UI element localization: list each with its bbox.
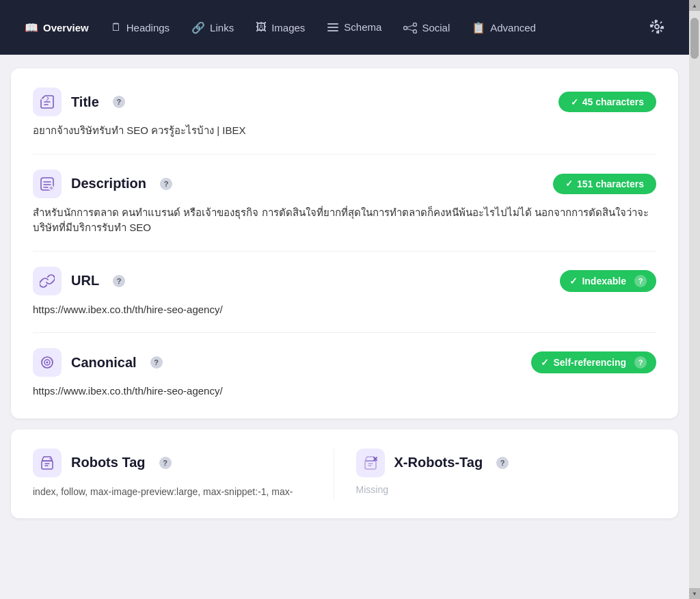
url-section-row: URL ? ✓ Indexable ? (33, 267, 656, 295)
svg-point-17 (46, 362, 49, 364)
canonical-label: Canonical (71, 355, 137, 371)
svg-rect-18 (42, 461, 53, 469)
nav-label-overview: Overview (43, 22, 89, 34)
bottom-card: Robots Tag ? index, follow, max-image-pr… (11, 429, 678, 518)
robots-icon-box (33, 449, 62, 477)
main-card: Title ? ✓ 45 characters อยากจ้างบริษัทรั… (11, 68, 678, 418)
settings-icon (649, 19, 664, 36)
robots-label: Robots Tag (71, 455, 146, 470)
links-icon: 🔗 (191, 21, 205, 34)
content-area: Title ? ✓ 45 characters อยากจ้างบริษัทรั… (0, 55, 689, 532)
svg-line-7 (407, 29, 414, 31)
url-label: URL (71, 273, 99, 289)
svg-rect-20 (365, 461, 376, 469)
nav-label-headings: Headings (126, 22, 170, 34)
canonical-value: https://www.ibex.co.th/th/hire-seo-agenc… (33, 384, 656, 399)
x-robots-label: X-Robots-Tag (394, 455, 483, 470)
nav-item-images[interactable]: 🖼 Images (245, 14, 316, 40)
title-badge-text: 45 characters (582, 96, 644, 107)
headings-icon: 🗒 (111, 21, 122, 34)
canonical-section-row: Canonical ? ✓ Self-referencing ? (33, 348, 656, 377)
title-icon-box (33, 88, 62, 116)
description-icon-box (33, 170, 62, 198)
nav-item-headings[interactable]: 🗒 Headings (100, 14, 180, 40)
x-robots-tag-col: X-Robots-Tag ? Missing (334, 449, 657, 499)
description-section-row: Description ? ✓ 151 characters (33, 170, 656, 198)
description-section-left: Description ? (33, 170, 172, 198)
nav-label-images: Images (271, 22, 305, 34)
divider-3 (33, 332, 656, 333)
canonical-icon-box (33, 348, 62, 377)
nav-bar: 📖 Overview 🗒 Headings 🔗 Links 🖼 Images S… (0, 0, 689, 55)
url-help-icon[interactable]: ? (113, 275, 125, 287)
nav-item-schema[interactable]: Schema (316, 14, 392, 41)
images-icon: 🖼 (256, 21, 267, 34)
description-value: สำหรับนักการตลาด คนทำแบรนด์ หรือเจ้าของธ… (33, 205, 656, 236)
canonical-section-left: Canonical ? (33, 348, 163, 377)
svg-point-19 (50, 458, 51, 460)
url-section-left: URL ? (33, 267, 125, 295)
scrollbar-up-button[interactable]: ▲ (689, 0, 700, 11)
nav-settings-button[interactable] (638, 12, 675, 43)
description-badge: ✓ 151 characters (553, 174, 656, 194)
svg-point-4 (414, 23, 417, 26)
divider-1 (33, 154, 656, 155)
svg-rect-2 (327, 30, 338, 31)
title-section-row: Title ? ✓ 45 characters (33, 88, 656, 116)
social-icon (403, 21, 417, 34)
x-robots-section-left: X-Robots-Tag ? (356, 449, 509, 477)
x-robots-help-icon[interactable]: ? (496, 457, 509, 469)
canonical-help-icon[interactable]: ? (150, 356, 163, 369)
robots-tag-col: Robots Tag ? index, follow, max-image-pr… (33, 449, 334, 499)
svg-line-6 (407, 25, 414, 27)
title-section-left: Title ? (33, 88, 125, 116)
scrollbar-thumb[interactable] (690, 18, 699, 59)
nav-item-overview[interactable]: 📖 Overview (14, 14, 100, 41)
description-badge-text: 151 characters (577, 178, 644, 189)
svg-point-5 (414, 29, 417, 33)
url-badge: ✓ Indexable ? (560, 270, 656, 292)
robots-section-left: Robots Tag ? (33, 449, 172, 477)
x-robots-icon-box (356, 449, 385, 477)
title-label: Title (71, 94, 99, 110)
scrollbar[interactable]: ▲ ▼ (689, 0, 700, 599)
nav-item-social[interactable]: Social (392, 14, 461, 40)
canonical-badge: ✓ Self-referencing ? (531, 351, 656, 373)
nav-label-advanced: Advanced (490, 22, 536, 34)
title-value: อยากจ้างบริษัทรับทำ SEO ควรรู้อะไรบ้าง |… (33, 123, 656, 139)
nav-item-links[interactable]: 🔗 Links (180, 14, 245, 41)
advanced-icon: 📋 (472, 21, 485, 34)
robots-help-icon[interactable]: ? (159, 457, 172, 469)
svg-point-8 (655, 25, 659, 29)
indexable-help-icon[interactable]: ? (634, 275, 647, 287)
nav-label-links: Links (210, 22, 234, 34)
scrollbar-down-button[interactable]: ▼ (689, 588, 700, 599)
svg-point-3 (404, 26, 407, 29)
nav-label-schema: Schema (344, 21, 381, 33)
x-robots-value: Missing (356, 484, 657, 495)
title-badge: ✓ 45 characters (558, 92, 656, 112)
robots-section-row: Robots Tag ? (33, 449, 334, 477)
description-label: Description (71, 176, 146, 191)
svg-rect-1 (327, 27, 338, 28)
svg-rect-0 (327, 23, 338, 25)
nav-item-advanced[interactable]: 📋 Advanced (461, 14, 547, 41)
x-robots-section-row: X-Robots-Tag ? (356, 449, 657, 477)
url-value: https://www.ibex.co.th/th/hire-seo-agenc… (33, 302, 656, 318)
description-help-icon[interactable]: ? (160, 178, 172, 190)
divider-2 (33, 251, 656, 252)
url-icon-box (33, 267, 62, 295)
title-help-icon[interactable]: ? (113, 96, 125, 108)
nav-label-social: Social (422, 22, 450, 34)
robots-value: index, follow, max-image-preview:large, … (33, 484, 334, 499)
overview-icon: 📖 (25, 21, 38, 34)
canonical-badge-text: Self-referencing (553, 357, 626, 368)
self-ref-help-icon[interactable]: ? (634, 356, 647, 369)
schema-icon (327, 21, 339, 34)
url-badge-text: Indexable (582, 276, 626, 287)
